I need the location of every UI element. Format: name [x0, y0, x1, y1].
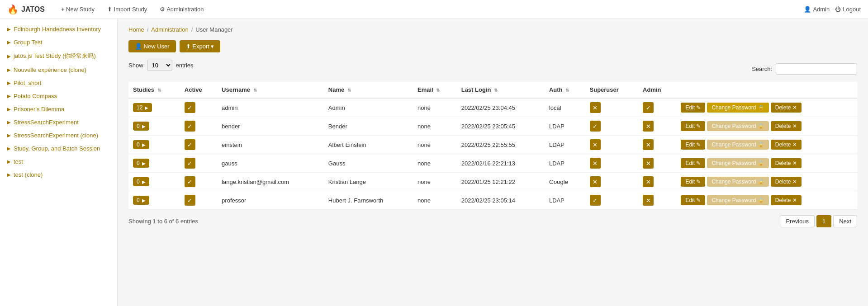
admin-x-icon: ✕ [643, 139, 654, 150]
action-buttons: Edit ✎ Change Password 🔒 Delete ✕ [681, 121, 853, 131]
name-cell: Admin [324, 98, 413, 117]
sidebar-item-stress-clone[interactable]: ▶ StressSearchExperiment (clone) [0, 129, 117, 142]
studies-badge[interactable]: 0 ▶ [133, 159, 149, 168]
change-password-button[interactable]: Change Password 🔒 [707, 121, 768, 131]
entries-select[interactable]: 10 25 50 100 [147, 60, 172, 71]
change-password-button[interactable]: Change Password 🔒 [707, 195, 768, 205]
search-input[interactable] [776, 63, 857, 75]
sidebar-item-edinburgh[interactable]: ▶ Edinburgh Handedness Inventory [0, 23, 117, 36]
studies-badge[interactable]: 0 ▶ [133, 122, 149, 131]
admin-label: Admin [813, 6, 830, 13]
next-button[interactable]: Next [833, 215, 857, 227]
previous-button[interactable]: Previous [780, 215, 815, 227]
username-cell: professor [217, 191, 324, 210]
change-password-button[interactable]: Change Password 🔒 [707, 177, 768, 187]
superuser-x-icon: ✕ [590, 158, 601, 169]
delete-button[interactable]: Delete ✕ [771, 121, 802, 131]
logout-link[interactable]: ⏻ Logout [835, 6, 861, 13]
change-password-button[interactable]: Change Password 🔒 [707, 158, 768, 168]
admin-x-icon: ✕ [643, 121, 654, 132]
arrow-icon: ▶ [145, 105, 148, 110]
studies-badge[interactable]: 12 ▶ [133, 103, 152, 112]
logout-label: Logout [843, 6, 861, 13]
change-password-button[interactable]: Change Password 🔒 [707, 140, 768, 150]
chevron-right-icon: ▶ [7, 94, 11, 99]
sidebar-item-nouvelle[interactable]: ▶ Nouvelle expérience (clone) [0, 63, 117, 76]
breadcrumb: Home / Administration / User Manager [128, 26, 857, 33]
page-layout: ▶ Edinburgh Handedness Inventory ▶ Group… [0, 19, 868, 306]
arrow-icon: ▶ [142, 161, 146, 166]
col-studies: Studies ⇅ [128, 82, 180, 98]
sidebar-item-pilot[interactable]: ▶ Pilot_short [0, 76, 117, 89]
delete-button[interactable]: Delete ✕ [771, 195, 802, 205]
export-button[interactable]: ⬆ Export ▾ [180, 40, 221, 52]
admin-x-icon: ✕ [643, 176, 654, 187]
email-cell: none [413, 136, 457, 154]
administration-label: ⚙ Administration [160, 6, 204, 13]
user-icon: 👤 [804, 6, 811, 13]
col-email: Email ⇅ [413, 82, 457, 98]
table-row: 0 ▶✓lange.kristian@gmail.comKristian Lan… [128, 173, 857, 191]
sidebar-item-label: Edinburgh Handedness Inventory [14, 26, 101, 33]
chevron-right-icon: ▶ [7, 146, 11, 151]
edit-button[interactable]: Edit ✎ [681, 121, 705, 131]
name-cell: Kristian Lange [324, 173, 413, 191]
edit-button[interactable]: Edit ✎ [681, 158, 705, 168]
sidebar-item-prisoners[interactable]: ▶ Prisoner's Dilemma [0, 103, 117, 116]
brand-name: JATOS [21, 5, 45, 14]
table-row: 12 ▶✓adminAdminnone2022/02/25 23:04:45lo… [128, 98, 857, 117]
sidebar-item-test[interactable]: ▶ test [0, 155, 117, 168]
studies-badge[interactable]: 0 ▶ [133, 177, 149, 186]
table-controls: Show 10 25 50 100 entries Search: [128, 60, 857, 78]
show-entries: Show 10 25 50 100 entries [128, 60, 194, 71]
studies-badge[interactable]: 0 ▶ [133, 196, 149, 205]
active-check-icon: ✓ [185, 195, 195, 206]
sidebar-item-jatos-test[interactable]: ▶ jatos.js Test Stüdy (你经常来吗) [0, 49, 117, 63]
sidebar-item-study-group[interactable]: ▶ Study, Group, and Batch Session [0, 142, 117, 155]
new-study-link[interactable]: + New Study [56, 0, 100, 19]
auth-cell: Google [545, 173, 585, 191]
main-content: Home / Administration / User Manager 👤 N… [118, 19, 868, 306]
active-check-icon: ✓ [185, 176, 195, 187]
chevron-right-icon: ▶ [7, 67, 11, 72]
administration-link[interactable]: ⚙ Administration [154, 0, 209, 19]
edit-button[interactable]: Edit ✎ [681, 140, 705, 150]
sidebar-item-potato[interactable]: ▶ Potato Compass [0, 89, 117, 103]
brand-logo[interactable]: 🔥 JATOS [7, 4, 45, 15]
col-last-login: Last Login ⇅ [457, 82, 545, 98]
last-login-cell: 2022/02/25 23:05:14 [457, 191, 545, 210]
page-1-button[interactable]: 1 [816, 215, 831, 227]
new-user-button[interactable]: 👤 New User [128, 40, 176, 52]
new-study-label: + New Study [61, 6, 95, 13]
sidebar-item-group-test[interactable]: ▶ Group Test [0, 36, 117, 49]
arrow-icon: ▶ [142, 179, 146, 184]
delete-button[interactable]: Delete ✕ [771, 177, 802, 187]
auth-cell: LDAP [545, 154, 585, 173]
edit-button[interactable]: Edit ✎ [681, 177, 705, 187]
chevron-right-icon: ▶ [7, 120, 11, 125]
breadcrumb-current: User Manager [195, 26, 232, 33]
delete-button[interactable]: Delete ✕ [771, 140, 802, 150]
breadcrumb-home[interactable]: Home [128, 26, 144, 33]
change-password-button[interactable]: Change Password 🔒 [707, 103, 768, 113]
breadcrumb-administration[interactable]: Administration [151, 26, 188, 33]
edit-button[interactable]: Edit ✎ [681, 195, 705, 205]
sidebar-item-label: Study, Group, and Batch Session [14, 145, 100, 152]
admin-user-link[interactable]: 👤 Admin [804, 6, 830, 13]
delete-button[interactable]: Delete ✕ [771, 103, 802, 113]
sidebar-item-test-clone[interactable]: ▶ test (clone) [0, 168, 117, 181]
sidebar-item-label: test [14, 158, 23, 165]
sidebar-item-stress[interactable]: ▶ StressSearchExperiment [0, 116, 117, 129]
import-study-link[interactable]: ⬆ Import Study [102, 0, 152, 19]
sidebar-item-label: Nouvelle expérience (clone) [14, 66, 86, 73]
superuser-x-icon: ✕ [590, 102, 601, 113]
edit-button[interactable]: Edit ✎ [681, 103, 705, 113]
email-cell: none [413, 173, 457, 191]
studies-badge[interactable]: 0 ▶ [133, 140, 149, 149]
delete-button[interactable]: Delete ✕ [771, 158, 802, 168]
table-row: 0 ▶✓gaussGaussnone2022/02/16 22:21:13LDA… [128, 154, 857, 173]
import-study-label: ⬆ Import Study [107, 6, 147, 13]
sort-icon-studies: ⇅ [157, 88, 161, 93]
superuser-check-icon: ✓ [590, 121, 601, 132]
last-login-cell: 2022/02/25 22:55:55 [457, 136, 545, 154]
